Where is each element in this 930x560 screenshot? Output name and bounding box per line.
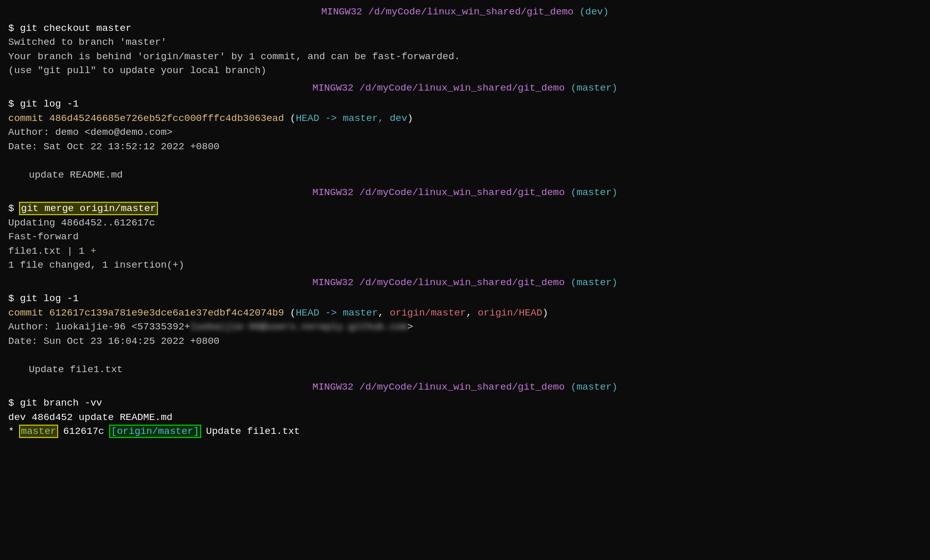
- prompt-4: $ git log -1: [8, 292, 922, 306]
- commit-paren-open: (: [290, 307, 295, 319]
- branch-5: (master): [571, 381, 618, 393]
- commit-paren-close: ): [542, 307, 548, 319]
- head-master-ref: HEAD -> master: [296, 307, 378, 319]
- path-1: /d/myCode/linux_win_shared/git_demo: [368, 6, 579, 18]
- prompt-5: $ git branch -vv: [8, 396, 922, 411]
- output-3-2: Fast-forward: [8, 230, 922, 244]
- cmd-3-highlighted: git merge origin/master: [20, 203, 157, 214]
- commit-line-1: commit 486d45246685e726eb52fcc000fffc4db…: [8, 112, 922, 126]
- commit-refs-1: (: [290, 113, 295, 124]
- branch-2: (master): [571, 82, 618, 94]
- branch-1: (dev): [580, 6, 609, 18]
- dollar-3: $: [8, 203, 20, 214]
- mingw-label-5: MINGW32: [312, 381, 354, 393]
- section-5: MINGW32 /d/myCode/linux_win_shared/git_d…: [8, 380, 922, 439]
- output-3-3: file1.txt | 1 +: [8, 244, 922, 259]
- output-1-1: Switched to branch 'master': [8, 36, 922, 50]
- author-1: Author: demo <demo@demo.com>: [8, 126, 922, 140]
- cmd-2: $ git log -1: [8, 98, 79, 110]
- origin-master-ref: origin/master: [390, 307, 466, 319]
- commit-line-2: commit 612617c139a781e9e3dce6a1e37edbf4c…: [8, 306, 922, 321]
- output-3-1: Updating 486d452..612617c: [8, 216, 922, 231]
- path-5: /d/myCode/linux_win_shared/git_demo: [359, 381, 570, 393]
- title-bar-5: MINGW32 /d/myCode/linux_win_shared/git_d…: [8, 380, 922, 395]
- commit-hash-1: commit 486d45246685e726eb52fcc000fffc4db…: [8, 113, 284, 124]
- origin-head-ref: origin/HEAD: [478, 307, 542, 319]
- output-1-2: Your branch is behind 'origin/master' by…: [8, 50, 922, 64]
- blank-1: [8, 154, 922, 168]
- prompt-1: $ git checkout master: [8, 22, 922, 36]
- branch-4: (master): [571, 277, 618, 288]
- date-2: Date: Sun Oct 23 16:04:25 2022 +0800: [8, 335, 922, 349]
- mingw-label-1: MINGW32: [321, 6, 362, 18]
- title-bar-1: MINGW32 /d/myCode/linux_win_shared/git_d…: [8, 5, 922, 20]
- commit-refs-1-close: ): [407, 113, 413, 124]
- master-msg: Update file1.txt: [200, 426, 300, 437]
- section-3: MINGW32 /d/myCode/linux_win_shared/git_d…: [8, 186, 922, 273]
- output-3-4: 1 file changed, 1 insertion(+): [8, 258, 922, 273]
- author-2: Author: luokaijie-96 <57335392+luokaijie…: [8, 320, 922, 335]
- terminal: MINGW32 /d/myCode/linux_win_shared/git_d…: [8, 5, 922, 439]
- title-bar-4: MINGW32 /d/myCode/linux_win_shared/git_d…: [8, 276, 922, 290]
- msg-1: update README.md: [8, 168, 922, 183]
- blank-2: [8, 349, 922, 363]
- branch-dev-line: dev 486d452 update README.md: [8, 411, 922, 425]
- plus-sign: +: [91, 246, 96, 257]
- title-bar-3: MINGW32 /d/myCode/linux_win_shared/git_d…: [8, 186, 922, 200]
- msg-2: Update file1.txt: [8, 363, 922, 377]
- prompt-2: $ git log -1: [8, 97, 922, 112]
- blurred-email: luokaijie-96@users.noreply.github.com: [190, 321, 407, 332]
- cmd-4: $ git log -1: [8, 293, 79, 304]
- section-2: MINGW32 /d/myCode/linux_win_shared/git_d…: [8, 81, 922, 183]
- mingw-label-3: MINGW32: [312, 187, 354, 198]
- master-star: *: [8, 426, 20, 437]
- prompt-3: $ git merge origin/master: [8, 202, 922, 216]
- cmd-1: $ git checkout master: [8, 23, 131, 34]
- origin-master-bracket: [origin/master]: [110, 426, 200, 437]
- master-branch-highlight: master: [20, 426, 57, 437]
- branch-3: (master): [571, 187, 618, 198]
- output-1-3: (use "git pull" to update your local bra…: [8, 64, 922, 78]
- head-ref-1: HEAD -> master, dev: [296, 113, 408, 124]
- section-1: MINGW32 /d/myCode/linux_win_shared/git_d…: [8, 5, 922, 78]
- date-1: Date: Sat Oct 22 13:52:12 2022 +0800: [8, 140, 922, 154]
- comma-1: ,: [378, 307, 390, 319]
- path-2: /d/myCode/linux_win_shared/git_demo: [359, 82, 570, 94]
- commit-hash-2: commit 612617c139a781e9e3dce6a1e37edbf4c…: [8, 307, 284, 319]
- cmd-5: $ git branch -vv: [8, 397, 102, 409]
- path-3: /d/myCode/linux_win_shared/git_demo: [359, 187, 570, 198]
- dev-branch-name: dev 486d452 update README.md: [8, 412, 172, 423]
- comma-2: ,: [466, 307, 478, 319]
- section-4: MINGW32 /d/myCode/linux_win_shared/git_d…: [8, 276, 922, 377]
- branch-master-line: * master 612617c [origin/master] Update …: [8, 425, 922, 439]
- mingw-label-2: MINGW32: [312, 82, 354, 94]
- mingw-label-4: MINGW32: [312, 277, 354, 288]
- path-4: /d/myCode/linux_win_shared/git_demo: [359, 277, 570, 288]
- master-hash: 612617c: [57, 426, 110, 437]
- title-bar-2: MINGW32 /d/myCode/linux_win_shared/git_d…: [8, 81, 922, 96]
